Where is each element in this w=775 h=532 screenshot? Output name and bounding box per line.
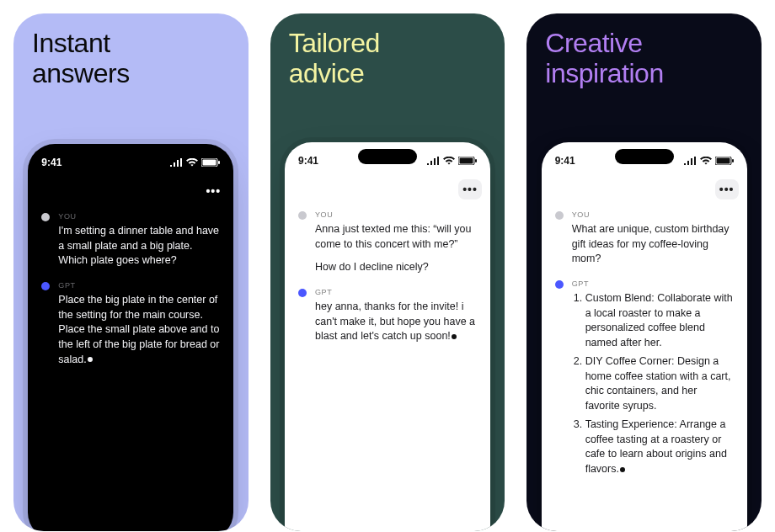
dynamic-island [615,149,674,164]
panel-tailored-advice: Tailoredadvice 9:41 ••• YOU Anna just te… [270,13,505,531]
list-item: DIY Coffee Corner: Design a home coffee … [585,354,734,414]
user-message-para2: How do I decline nicely? [315,260,477,275]
panel-creative-inspiration: Creativeinspiration 9:41 ••• YOU What ar… [526,13,762,531]
status-bar: 9:41 [285,142,490,174]
svg-rect-1 [203,160,216,166]
user-message-para1: Anna just texted me this: “will you come… [315,222,477,253]
status-bar: 9:41 [28,144,233,176]
more-button[interactable]: ••• [201,181,225,201]
wifi-icon [700,157,712,165]
gpt-avatar-dot [298,289,307,297]
svg-rect-2 [218,161,220,164]
phone-mockup-light: 9:41 ••• YOU Anna just texted me this: “… [285,142,490,531]
user-message: YOU I'm setting a dinner table and have … [41,211,220,269]
svg-rect-5 [475,159,477,162]
status-icons [684,157,734,165]
panel-instant-answers: Instantanswers 9:41 ••• YOU I'm setting … [13,13,249,531]
role-label-you: YOU [315,210,477,221]
app-bar: ••• [28,176,233,201]
gpt-message-text: hey anna, thanks for the invite! i can't… [315,300,477,344]
gpt-message: GPT hey anna, thanks for the invite! i c… [298,287,477,344]
panel-heading: Instantanswers [32,29,230,89]
gpt-message: GPT Custom Blend: Collaborate with a loc… [555,279,734,477]
list-item: Tasting Experience: Arrange a coffee tas… [585,418,734,477]
cellular-icon [427,157,440,165]
more-button[interactable]: ••• [715,179,739,200]
user-message-text: I'm setting a dinner table and have a sm… [58,224,220,269]
screenshot-gallery: Instantanswers 9:41 ••• YOU I'm setting … [0,0,775,532]
panel-heading: Creativeinspiration [545,29,743,89]
typing-cursor-icon [452,334,457,339]
status-icons [427,157,477,165]
typing-cursor-icon [620,467,625,472]
list-item: Custom Blend: Collaborate with a local r… [585,291,734,351]
status-time: 9:41 [555,155,575,167]
typing-cursor-icon [88,357,93,362]
app-bar: ••• [542,174,747,200]
chat-thread: YOU What are unique, custom birthday gif… [542,200,747,509]
user-avatar-dot [555,211,564,220]
role-label-you: YOU [572,210,734,221]
user-avatar-dot [41,213,50,221]
battery-icon [715,157,734,165]
status-bar: 9:41 [542,142,747,174]
panel-heading: Tailoredadvice [289,29,487,89]
user-avatar-dot [298,211,307,220]
status-time: 9:41 [298,155,318,167]
wifi-icon [443,157,455,165]
user-message: YOU What are unique, custom birthday gif… [555,210,734,267]
role-label-gpt: GPT [58,280,220,291]
app-bar: ••• [285,174,490,200]
dynamic-island [358,149,417,164]
svg-rect-8 [732,159,734,162]
more-button[interactable]: ••• [458,179,482,200]
user-message-text: What are unique, custom birthday gift id… [572,222,734,267]
role-label-you: YOU [58,211,220,222]
chat-thread: YOU Anna just texted me this: “will you … [285,200,490,376]
gpt-avatar-dot [555,280,564,289]
user-message: YOU Anna just texted me this: “will you … [298,210,477,275]
cellular-icon [170,158,183,167]
gpt-message: GPT Place the big plate in the center of… [41,280,220,368]
battery-icon [201,158,220,167]
status-time: 9:41 [41,157,61,168]
gpt-message-text: Place the big plate in the center of the… [58,293,220,368]
battery-icon [458,157,477,165]
gpt-message-list: Custom Blend: Collaborate with a local r… [572,291,734,477]
svg-rect-7 [716,158,730,164]
gpt-avatar-dot [41,282,50,290]
role-label-gpt: GPT [572,279,734,290]
wifi-icon [186,158,198,167]
cellular-icon [684,157,697,165]
phone-mockup-light: 9:41 ••• YOU What are unique, custom bir… [542,142,747,531]
chat-thread: YOU I'm setting a dinner table and have … [28,201,233,400]
phone-mockup-dark: 9:41 ••• YOU I'm setting a dinner table … [28,144,233,531]
role-label-gpt: GPT [315,287,477,298]
status-icons [170,158,220,167]
svg-rect-4 [460,158,473,164]
